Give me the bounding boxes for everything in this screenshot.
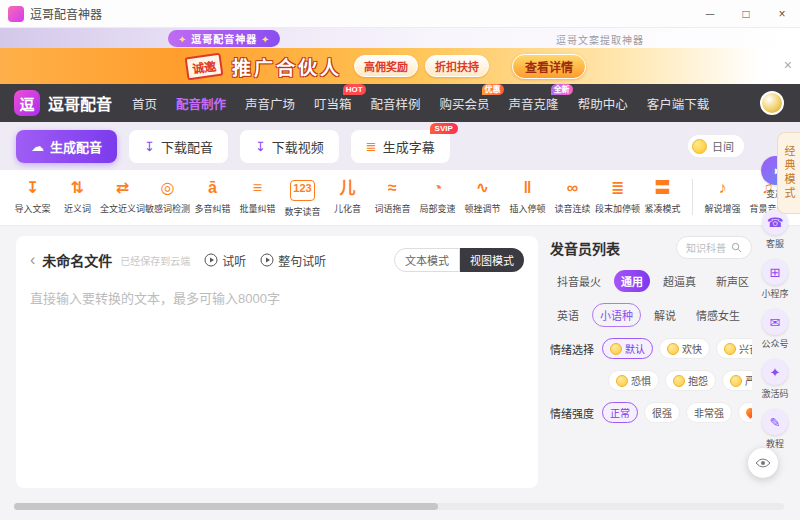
tab-minor-language[interactable]: 小语种 bbox=[592, 303, 641, 327]
day-mode-toggle[interactable]: 日间 bbox=[688, 135, 744, 157]
nav-dingdang-box[interactable]: 叮当箱HOT bbox=[314, 94, 352, 113]
cadence-icon: ∿ bbox=[476, 177, 489, 198]
promo-badge[interactable]: 逗哥配音神器 bbox=[168, 30, 280, 47]
subtitle-icon: ≣ bbox=[366, 139, 377, 154]
play-icon bbox=[260, 253, 274, 267]
listen-sentence-button[interactable]: 整句试听 bbox=[260, 252, 326, 269]
voice-list-title: 发音员列表 bbox=[550, 238, 620, 258]
emotion-row2: 恐惧 抱怨 严肃 失望 bbox=[608, 370, 752, 391]
tool-batch-fix[interactable]: ≡批量纠错 bbox=[235, 177, 280, 215]
classic-mode-tab[interactable]: 经典模式 bbox=[777, 132, 800, 214]
scrollbar-thumb[interactable] bbox=[14, 503, 438, 510]
download-icon: ↧ bbox=[144, 139, 155, 154]
close-button[interactable]: × bbox=[764, 0, 800, 27]
download-audio-button[interactable]: ↧ 下载配音 bbox=[129, 130, 228, 163]
voice-panel-header: 发音员列表 知识科普 bbox=[550, 236, 752, 259]
official-account-icon: ✉ bbox=[762, 309, 788, 335]
eye-icon bbox=[755, 457, 771, 469]
tool-local-speed[interactable]: ◔局部变速 bbox=[415, 177, 460, 215]
generate-subtitle-button[interactable]: ≣ 生成字幕 SVIP bbox=[351, 130, 450, 163]
nav-dubbing-sample[interactable]: 配音样例 bbox=[371, 94, 421, 113]
local-speed-icon: ◔ bbox=[433, 177, 443, 198]
tool-cadence-adjust[interactable]: ∿顿挫调节 bbox=[460, 177, 505, 215]
tool-paragraph-end-pause[interactable]: ≣段末加停顿 bbox=[595, 177, 640, 215]
tool-compact-mode[interactable]: 〓紧凑模式 bbox=[640, 177, 685, 215]
strength-row: 情绪强度 正常 很强 非常强 爆发强 bbox=[550, 402, 752, 423]
toolbar-divider bbox=[692, 179, 693, 215]
search-icon bbox=[731, 242, 742, 253]
emotion-complain[interactable]: 抱怨 bbox=[665, 370, 716, 391]
tab-english[interactable]: 英语 bbox=[550, 304, 586, 326]
listen-button[interactable]: 试听 bbox=[204, 252, 246, 269]
nav-voice-clone[interactable]: 声音克隆全新 bbox=[509, 94, 559, 113]
tool-liaison[interactable]: ∞读音连续 bbox=[550, 177, 595, 215]
insert-pause-icon: ‖ bbox=[524, 177, 532, 198]
tool-erhua[interactable]: 儿儿化音 bbox=[325, 177, 370, 215]
emotion-default[interactable]: 默认 bbox=[602, 338, 653, 359]
back-chevron-icon[interactable]: ‹ bbox=[30, 251, 35, 269]
fulltext-synonym-icon: ⇄ bbox=[116, 177, 129, 198]
strength-burst[interactable]: 爆发强 bbox=[738, 402, 752, 423]
strength-strong[interactable]: 很强 bbox=[644, 402, 680, 423]
generate-audio-button[interactable]: ☁ 生成配音 bbox=[16, 130, 117, 163]
emotion-serious[interactable]: 严肃 bbox=[722, 370, 752, 391]
nav-client-download[interactable]: 客户端下载 bbox=[647, 94, 710, 113]
tool-sensitive-word-check[interactable]: ◎敏感词检测 bbox=[145, 177, 190, 215]
emotion-cheerful[interactable]: 欢快 bbox=[659, 338, 710, 359]
tool-synonym[interactable]: ⇅近义词 bbox=[55, 177, 100, 215]
nav-help-center[interactable]: 帮助中心 bbox=[578, 94, 628, 113]
nav-home[interactable]: 首页 bbox=[132, 94, 157, 113]
banner-close-icon[interactable]: × bbox=[784, 57, 792, 73]
nav-voice-square[interactable]: 声音广场 bbox=[245, 94, 295, 113]
number-reading-icon: 123 bbox=[290, 180, 314, 201]
maximize-button[interactable]: □ bbox=[728, 0, 764, 27]
emotion-strength-label: 情绪强度 bbox=[550, 405, 594, 421]
tab-emotional-girl[interactable]: 情感女生 bbox=[689, 304, 747, 326]
rail-activation-code[interactable]: ✦激活码 bbox=[761, 359, 788, 400]
tab-narration[interactable]: 解说 bbox=[647, 304, 683, 326]
rail-customer-service[interactable]: ☎客服 bbox=[762, 209, 788, 250]
polyphone-icon: ā bbox=[208, 177, 217, 198]
tab-douyin-hot[interactable]: 抖音最火 bbox=[550, 270, 608, 292]
emotion-excited[interactable]: 兴奋 bbox=[716, 338, 752, 359]
activity-disc-icon[interactable] bbox=[760, 91, 784, 115]
tool-narration-enhance[interactable]: ♪解说增强 bbox=[700, 177, 745, 215]
svip-badge: SVIP bbox=[430, 123, 458, 134]
tools-toolbar: ↧导入文案 ⇅近义词 ⇄全文近义词 ◎敏感词检测 ā多音纠错 ≡批量纠错 123… bbox=[0, 170, 800, 226]
strength-very-strong[interactable]: 非常强 bbox=[686, 402, 732, 423]
app-logo-icon bbox=[8, 6, 24, 22]
strength-normal[interactable]: 正常 bbox=[602, 402, 638, 423]
activation-code-icon: ✦ bbox=[762, 359, 788, 385]
ad-banner[interactable]: 诚邀 推广合伙人 高佣奖励 折扣扶持 查看详情 × bbox=[0, 48, 800, 84]
rail-tutorial[interactable]: ✎教程 bbox=[762, 409, 788, 450]
download-video-button[interactable]: ↧ 下载视频 bbox=[240, 130, 339, 163]
tab-general[interactable]: 通用 bbox=[614, 270, 650, 292]
view-mode-button[interactable]: 视图模式 bbox=[460, 248, 524, 272]
nav-dubbing-make[interactable]: 配音制作 bbox=[176, 94, 226, 113]
promo-strip: 逗哥配音神器 逗哥文案提取神器 bbox=[0, 28, 800, 48]
tool-word-drawl[interactable]: ≈词语拖音 bbox=[370, 177, 415, 215]
preview-eye-button[interactable] bbox=[748, 448, 778, 478]
tool-number-reading[interactable]: 123数字读音 bbox=[280, 177, 325, 218]
text-input-area[interactable]: 直接输入要转换的文本，最多可输入8000字 bbox=[30, 288, 524, 307]
text-mode-button[interactable]: 文本模式 bbox=[394, 248, 460, 272]
rail-mini-program[interactable]: ⊞小程序 bbox=[761, 259, 788, 300]
rail-official-account[interactable]: ✉公众号 bbox=[761, 309, 788, 350]
content-row: ‹ 未命名文件 已经保存到云端 试听 整句试听 文本模式 视图模式 bbox=[0, 226, 800, 488]
document-title: 未命名文件 bbox=[42, 250, 112, 270]
nav-buy-vip[interactable]: 购买会员优惠 bbox=[440, 94, 490, 113]
editor-card: ‹ 未命名文件 已经保存到云端 试听 整句试听 文本模式 视图模式 bbox=[16, 236, 538, 488]
tool-polyphone-fix[interactable]: ā多音纠错 bbox=[190, 177, 235, 215]
word-drawl-icon: ≈ bbox=[388, 177, 397, 198]
tool-insert-pause[interactable]: ‖插入停顿 bbox=[505, 177, 550, 215]
banner-cta-button[interactable]: 查看详情 bbox=[512, 54, 586, 79]
tab-new-voices[interactable]: 新声区 bbox=[709, 270, 752, 292]
tool-fulltext-synonym[interactable]: ⇄全文近义词 bbox=[100, 177, 145, 215]
tab-super-real[interactable]: 超逼真 bbox=[656, 270, 703, 292]
emotion-fear[interactable]: 恐惧 bbox=[608, 370, 659, 391]
tool-import-text[interactable]: ↧导入文案 bbox=[10, 177, 55, 215]
banner-stamp: 诚邀 bbox=[185, 52, 224, 80]
voice-search-input[interactable]: 知识科普 bbox=[676, 236, 752, 259]
minimize-button[interactable]: ─ bbox=[692, 0, 728, 27]
banner-badge-discount: 折扣扶持 bbox=[425, 55, 489, 77]
